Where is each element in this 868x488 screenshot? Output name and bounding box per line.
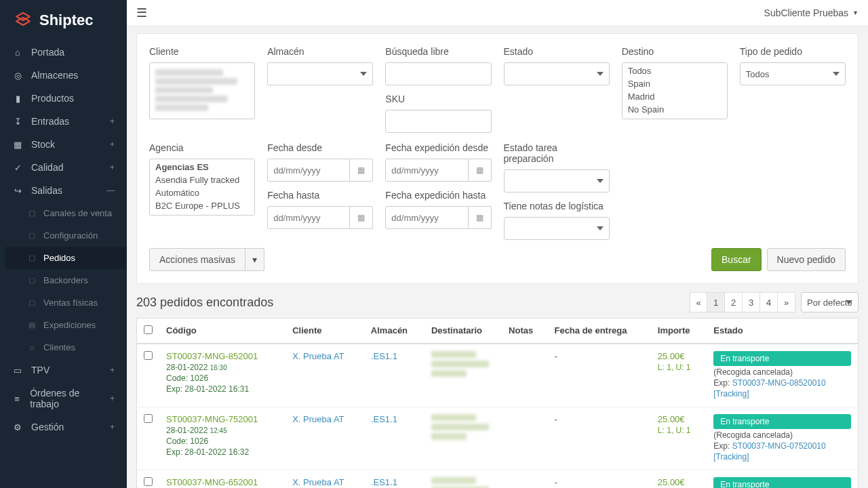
nav-entradas[interactable]: ↧Entradas+ bbox=[0, 110, 127, 133]
destino-option[interactable]: Spain bbox=[623, 77, 727, 90]
nav-backorders[interactable]: ▢Backorders bbox=[5, 269, 127, 291]
grid-icon: ▦ bbox=[12, 140, 23, 150]
nav-salidas[interactable]: ↪Salidas— bbox=[0, 179, 127, 202]
destinatario-redacted bbox=[431, 414, 495, 440]
exp-link[interactable]: ST00037-MNG-07520010 bbox=[732, 441, 826, 451]
tracking-link[interactable]: [Tracking] bbox=[713, 452, 851, 462]
exp-link[interactable]: ST00037-MNG-08520010 bbox=[732, 378, 826, 388]
row-checkbox[interactable] bbox=[144, 351, 153, 360]
field-fechas-exp: Fecha expedición desde ▦ Fecha expedició… bbox=[385, 142, 491, 240]
search-button[interactable]: Buscar bbox=[711, 248, 762, 271]
status-badge: En transporte bbox=[713, 414, 851, 429]
nav-ventas[interactable]: ▢Ventas físicas bbox=[5, 291, 127, 314]
doc-icon: ▢ bbox=[27, 276, 37, 285]
page-link[interactable]: « bbox=[690, 292, 707, 312]
caret-down-icon: ▼ bbox=[852, 9, 859, 16]
destino-option[interactable]: No Spain bbox=[623, 103, 727, 116]
order-code[interactable]: ST00037-MNG-852001 bbox=[166, 351, 279, 361]
expand-icon: + bbox=[110, 365, 115, 375]
tipo-select[interactable]: Todos bbox=[740, 62, 846, 85]
agencia-listbox[interactable]: Agencias ESAsendia Fully trackedAutomáti… bbox=[149, 159, 255, 216]
signout-icon: ↪ bbox=[12, 186, 23, 196]
destinatario-redacted bbox=[431, 351, 495, 377]
warehouse-link[interactable]: .ES1.1 bbox=[371, 351, 397, 361]
nav-portada[interactable]: ⌂Portada bbox=[0, 41, 127, 64]
collapse-icon: — bbox=[106, 186, 115, 195]
estado-tarea-select[interactable] bbox=[504, 169, 610, 192]
sort-select[interactable]: Por defecto bbox=[801, 292, 859, 312]
nav-stock[interactable]: ▦Stock+ bbox=[0, 133, 127, 156]
agencia-option[interactable]: Asendia Fully tracked bbox=[150, 174, 254, 186]
row-checkbox[interactable] bbox=[144, 414, 153, 423]
estado-select[interactable] bbox=[504, 62, 610, 85]
client-link[interactable]: X. Prueba AT bbox=[292, 414, 344, 424]
page-link[interactable]: 3 bbox=[743, 292, 760, 312]
order-code[interactable]: ST00037-MNG-652001 bbox=[166, 477, 279, 487]
agencia-option[interactable]: B2C Europe - PPLUS bbox=[150, 199, 254, 212]
expand-icon: + bbox=[110, 394, 115, 403]
page-link[interactable]: 1 bbox=[707, 292, 725, 312]
nav-expediciones[interactable]: ▤Expediciones bbox=[5, 314, 127, 336]
truck-icon: ▤ bbox=[27, 321, 37, 329]
destinatario-redacted bbox=[431, 477, 495, 488]
field-estado: Estado bbox=[504, 46, 610, 133]
nav-calidad[interactable]: ✓Calidad+ bbox=[0, 156, 127, 179]
fecha-hasta-input[interactable] bbox=[267, 206, 350, 229]
menu-toggle-icon[interactable]: ☰ bbox=[136, 5, 147, 20]
almacen-select[interactable] bbox=[267, 62, 373, 85]
page-link[interactable]: » bbox=[778, 292, 795, 312]
subclient-dropdown[interactable]: SubCliente Pruebas ▼ bbox=[764, 7, 859, 18]
client-link[interactable]: X. Prueba AT bbox=[292, 351, 344, 361]
row-checkbox[interactable] bbox=[144, 477, 153, 486]
new-order-button[interactable]: Nuevo pedido bbox=[767, 248, 846, 271]
nav-pedidos[interactable]: ▢Pedidos bbox=[5, 247, 127, 269]
target-icon: ◎ bbox=[12, 70, 23, 81]
destino-option[interactable]: Todos bbox=[623, 64, 727, 77]
warehouse-link[interactable]: .ES1.1 bbox=[371, 414, 397, 424]
destino-listbox[interactable]: TodosSpainMadridNo SpainAfghanistan bbox=[622, 62, 728, 119]
orders-table: Código Cliente Almacén Destinatario Nota… bbox=[136, 318, 859, 488]
nav-almacenes[interactable]: ◎Almacenes bbox=[0, 64, 127, 87]
fecha-exp-desde-input[interactable] bbox=[385, 159, 468, 182]
nav-canales[interactable]: ▢Canales de venta bbox=[5, 202, 127, 224]
destino-option[interactable]: Afghanistan bbox=[623, 116, 727, 119]
expand-icon: + bbox=[110, 140, 115, 149]
mass-actions-dropdown[interactable]: Acciones masivas ▾ bbox=[149, 248, 264, 271]
results-header: 203 pedidos encontrados «1234» Por defec… bbox=[136, 292, 859, 312]
caret-down-icon[interactable]: ▾ bbox=[245, 248, 264, 271]
nav-gestion[interactable]: ⚙Gestión+ bbox=[0, 415, 127, 439]
agencia-option[interactable]: B2C Europe - Postal Nac. bbox=[150, 212, 254, 216]
page-link[interactable]: 2 bbox=[725, 292, 743, 312]
destino-option[interactable]: Madrid bbox=[623, 90, 727, 103]
client-link[interactable]: X. Prueba AT bbox=[292, 477, 344, 487]
notas-log-select[interactable] bbox=[504, 217, 610, 240]
page-link[interactable]: 4 bbox=[760, 292, 778, 312]
calendar-icon[interactable]: ▦ bbox=[469, 206, 492, 229]
agencia-option[interactable]: Agencias ES bbox=[150, 161, 254, 174]
order-code[interactable]: ST00037-MNG-752001 bbox=[166, 414, 279, 424]
select-all-checkbox[interactable] bbox=[144, 325, 153, 334]
logo[interactable]: Shiptec bbox=[0, 0, 127, 41]
calendar-icon[interactable]: ▦ bbox=[350, 206, 373, 229]
nav-productos[interactable]: ▮Productos bbox=[0, 87, 127, 110]
busqueda-input[interactable] bbox=[385, 62, 491, 85]
warehouse-link[interactable]: .ES1.1 bbox=[371, 477, 397, 487]
nav-ordenes[interactable]: ≡Órdenes de trabajo+ bbox=[0, 382, 127, 415]
nav-tpv[interactable]: ▭TPV+ bbox=[0, 359, 127, 382]
sku-input[interactable] bbox=[385, 110, 491, 133]
nav-clientes[interactable]: ☺Clientes bbox=[5, 336, 127, 359]
fecha-exp-hasta-input[interactable] bbox=[385, 206, 468, 229]
topbar: ☰ SubCliente Pruebas ▼ bbox=[127, 0, 868, 26]
calendar-icon[interactable]: ▦ bbox=[469, 159, 492, 182]
fecha-desde-input[interactable] bbox=[267, 159, 350, 182]
field-almacen: Almacén bbox=[267, 46, 373, 133]
cliente-listbox[interactable] bbox=[149, 62, 255, 119]
tracking-link[interactable]: [Tracking] bbox=[713, 389, 851, 399]
pagination: «1234» bbox=[690, 292, 795, 312]
field-busqueda: Búsqueda libre SKU bbox=[385, 46, 491, 133]
calendar-icon[interactable]: ▦ bbox=[350, 159, 373, 182]
doc-icon: ▢ bbox=[27, 298, 37, 307]
nav-config[interactable]: ▢Configuración bbox=[5, 224, 127, 247]
doc-icon: ▢ bbox=[27, 231, 37, 240]
agencia-option[interactable]: Automático bbox=[150, 186, 254, 199]
